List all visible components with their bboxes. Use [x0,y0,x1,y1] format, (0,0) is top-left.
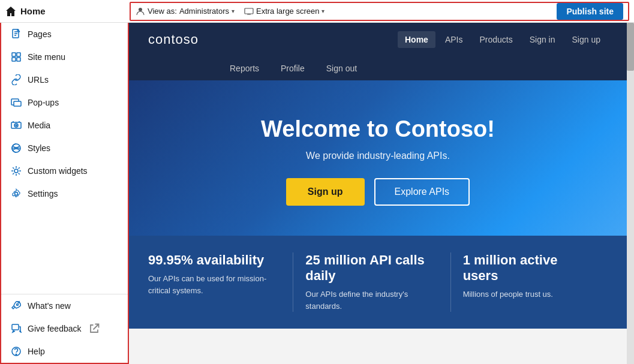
sidebar-item-custom-widgets-label: Custom widgets [28,166,88,176]
nav-link-profile[interactable]: Profile [271,60,314,77]
view-as-chevron: ▾ [232,8,235,14]
sidebar-item-media[interactable]: Media [1,114,128,137]
link-icon [11,74,22,85]
stat-active-users: 1 million active users Millions of peopl… [451,252,608,312]
media-icon [11,120,22,131]
stat-active-users-value: 1 million active users [463,252,596,284]
svg-rect-8 [14,101,21,106]
sidebar-item-pages-label: Pages [28,29,52,39]
sidebar-item-give-feedback-label: Give feedback [28,324,82,333]
sidebar-item-popups-label: Pop-ups [28,98,59,107]
nav-link-sign-out[interactable]: Sign out [317,60,366,77]
stat-availability-value: 99.95% availability [148,252,281,268]
sidebar-item-settings[interactable]: Settings [1,182,128,205]
sidebar-item-help-label: Help [28,347,45,356]
main-content: Pages Site menu URLs Po [0,23,634,364]
sidebar-item-give-feedback[interactable]: Give feedback [1,317,128,340]
scrollbar-thumb[interactable] [627,23,634,71]
site-nav-links: Home APIs Products Sign in Sign up [398,31,608,48]
sidebar-item-urls-label: URLs [28,75,49,85]
sidebar-bottom: What's new Give feedback [1,294,128,363]
monitor-icon [244,8,254,15]
nav-link-sign-in[interactable]: Sign in [522,31,563,48]
nav-link-reports[interactable]: Reports [220,60,269,77]
site-nav-second-row: Reports Profile Sign out [148,56,608,80]
sidebar-item-help[interactable]: Help [1,340,128,363]
site-nav-top: contoso Home APIs Products Sign in Sign … [148,23,608,56]
hero-buttons: Sign up Explore APIs [148,178,608,206]
sidebar-item-site-menu-label: Site menu [28,52,65,62]
app-title: Home [20,6,46,16]
help-icon [11,346,22,357]
file-icon [11,29,22,40]
publish-site-button[interactable]: Publish site [557,3,623,20]
nav-link-home[interactable]: Home [398,31,435,48]
sidebar-item-whats-new-label: What's new [28,301,71,311]
svg-point-11 [16,125,17,126]
nav-link-sign-up[interactable]: Sign up [565,31,608,48]
feedback-icon [11,323,22,334]
menu-icon [11,52,22,62]
svg-rect-4 [17,53,20,56]
preview-scrollbar[interactable] [627,23,634,364]
top-bar: Home View as: Administrators ▾ Extra lar… [0,0,634,23]
sidebar-item-site-menu[interactable]: Site menu [1,46,128,68]
sidebar-item-custom-widgets[interactable]: Custom widgets [1,160,128,182]
hero-subtitle: We provide industry-leading APIs. [148,151,608,161]
website-preview: contoso Home APIs Products Sign in Sign … [129,23,627,364]
svg-rect-16 [12,324,19,330]
hero-explore-button[interactable]: Explore APIs [374,178,470,206]
site-nav: contoso Home APIs Products Sign in Sign … [129,23,627,80]
sidebar: Pages Site menu URLs Po [0,23,129,364]
toolbar-center: View as: Administrators ▾ Extra large sc… [130,2,629,21]
sidebar-spacer [1,205,128,215]
sidebar-item-urls[interactable]: URLs [1,68,128,91]
site-logo: contoso [148,32,199,47]
svg-rect-3 [12,53,16,56]
sidebar-item-pages[interactable]: Pages [1,23,128,46]
view-as-selector[interactable]: View as: Administrators ▾ [136,7,235,16]
nav-link-apis[interactable]: APIs [438,31,470,48]
sidebar-item-whats-new[interactable]: What's new [1,294,128,317]
stat-api-calls: 25 million API calls daily Our APIs defi… [293,252,450,312]
svg-point-15 [17,304,19,306]
screen-selector[interactable]: Extra large screen ▾ [244,7,325,16]
stat-api-calls-value: 25 million API calls daily [305,252,438,284]
rocket-icon [11,300,22,311]
svg-point-14 [15,192,18,195]
home-icon [5,5,17,17]
stat-availability: 99.95% availability Our APIs can be used… [148,252,293,312]
screen-label: Extra large screen [256,7,320,16]
view-as-value: Administrators [179,7,229,16]
hero-signup-button[interactable]: Sign up [286,178,365,206]
svg-point-0 [139,8,142,11]
svg-point-13 [14,169,18,173]
svg-rect-1 [245,8,253,14]
svg-rect-5 [12,58,16,61]
hero-section: Welcome to Contoso! We provide industry-… [129,80,627,236]
stat-active-users-desc: Millions of people trust us. [463,288,596,300]
stat-availability-desc: Our APIs can be used for mission-critica… [148,273,281,296]
app-logo: Home [5,5,125,17]
sidebar-item-styles-label: Styles [28,143,50,153]
widget-icon [11,166,22,176]
stats-section: 99.95% availability Our APIs can be used… [129,236,627,329]
sidebar-item-popups[interactable]: Pop-ups [1,91,128,114]
hero-title: Welcome to Contoso! [148,116,608,142]
styles-icon [11,143,22,154]
stat-api-calls-desc: Our APIs define the industry's standards… [305,288,438,312]
view-as-label: View as: [148,7,177,16]
popup-icon [11,97,22,108]
sidebar-item-settings-label: Settings [28,189,58,198]
svg-rect-6 [17,58,20,61]
nav-link-products[interactable]: Products [472,31,519,48]
external-link-icon [89,323,100,334]
settings-icon [11,188,22,199]
sidebar-item-media-label: Media [28,121,50,130]
svg-point-18 [16,354,17,355]
preview-area: contoso Home APIs Products Sign in Sign … [129,23,634,364]
screen-chevron: ▾ [321,8,324,14]
person-icon [136,7,145,16]
sidebar-item-styles[interactable]: Styles [1,137,128,160]
